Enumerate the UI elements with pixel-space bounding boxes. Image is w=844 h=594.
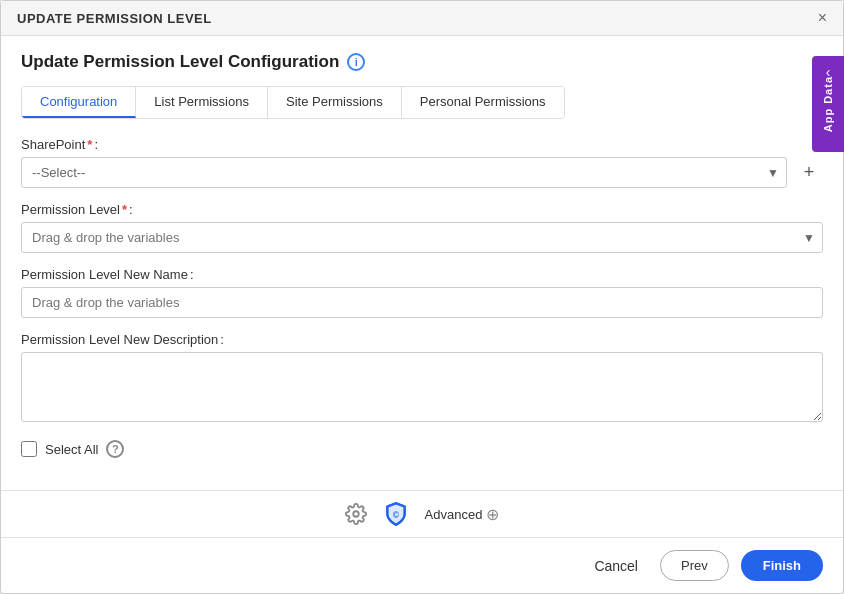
title-bar: UPDATE PERMISSION LEVEL × bbox=[1, 1, 843, 36]
app-data-sidebar[interactable]: ‹ App Data bbox=[812, 56, 844, 152]
sharepoint-add-button[interactable]: + bbox=[795, 159, 823, 187]
footer: Cancel Prev Finish bbox=[1, 537, 843, 593]
shield-button[interactable]: © bbox=[383, 501, 409, 527]
permission-level-label: Permission Level * : bbox=[21, 202, 823, 217]
gear-icon bbox=[345, 503, 367, 525]
select-all-row: Select All ? bbox=[21, 440, 823, 458]
sharepoint-row: --Select-- ▼ + bbox=[21, 157, 823, 188]
tab-list-permissions[interactable]: List Permissions bbox=[136, 87, 268, 118]
permission-level-input-wrapper: ▼ bbox=[21, 222, 823, 253]
page-title: Update Permission Level Configuration i bbox=[21, 52, 823, 72]
tab-configuration[interactable]: Configuration bbox=[22, 87, 136, 118]
permission-level-name-field-group: Permission Level New Name : bbox=[21, 267, 823, 318]
bottom-toolbar: © Advanced ⊕ bbox=[1, 490, 843, 537]
advanced-plus-icon: ⊕ bbox=[486, 505, 499, 524]
gear-button[interactable] bbox=[345, 503, 367, 525]
permission-level-field-group: Permission Level * : ▼ bbox=[21, 202, 823, 253]
sharepoint-select[interactable]: --Select-- bbox=[21, 157, 787, 188]
finish-button[interactable]: Finish bbox=[741, 550, 823, 581]
tab-personal-permissions[interactable]: Personal Permissions bbox=[402, 87, 564, 118]
shield-icon: © bbox=[383, 501, 409, 527]
tab-site-permissions[interactable]: Site Permissions bbox=[268, 87, 402, 118]
modal-body: Update Permission Level Configuration i … bbox=[1, 36, 843, 490]
permission-level-description-label: Permission Level New Description : bbox=[21, 332, 823, 347]
svg-text:©: © bbox=[392, 510, 399, 520]
sharepoint-select-wrapper: --Select-- ▼ bbox=[21, 157, 787, 188]
advanced-button[interactable]: Advanced ⊕ bbox=[425, 505, 500, 524]
modal-container: UPDATE PERMISSION LEVEL × Update Permiss… bbox=[0, 0, 844, 594]
modal-title: UPDATE PERMISSION LEVEL bbox=[17, 11, 212, 26]
sharepoint-label: SharePoint * : bbox=[21, 137, 823, 152]
select-all-help-icon[interactable]: ? bbox=[106, 440, 124, 458]
permission-level-name-label: Permission Level New Name : bbox=[21, 267, 823, 282]
app-data-label: App Data bbox=[822, 76, 834, 132]
page-title-text: Update Permission Level Configuration bbox=[21, 52, 339, 72]
tabs-container: Configuration List Permissions Site Perm… bbox=[21, 86, 565, 119]
info-icon[interactable]: i bbox=[347, 53, 365, 71]
permission-level-description-field-group: Permission Level New Description : bbox=[21, 332, 823, 426]
permission-level-description-textarea[interactable] bbox=[21, 352, 823, 422]
main-content: Update Permission Level Configuration i … bbox=[1, 36, 843, 490]
prev-button[interactable]: Prev bbox=[660, 550, 729, 581]
cancel-button[interactable]: Cancel bbox=[584, 552, 648, 580]
svg-point-0 bbox=[353, 511, 359, 517]
permission-level-input[interactable] bbox=[21, 222, 823, 253]
close-button[interactable]: × bbox=[818, 9, 827, 27]
select-all-checkbox[interactable] bbox=[21, 441, 37, 457]
advanced-label: Advanced bbox=[425, 507, 483, 522]
sharepoint-field-group: SharePoint * : --Select-- ▼ + bbox=[21, 137, 823, 188]
select-all-label: Select All bbox=[45, 442, 98, 457]
permission-level-name-input[interactable] bbox=[21, 287, 823, 318]
